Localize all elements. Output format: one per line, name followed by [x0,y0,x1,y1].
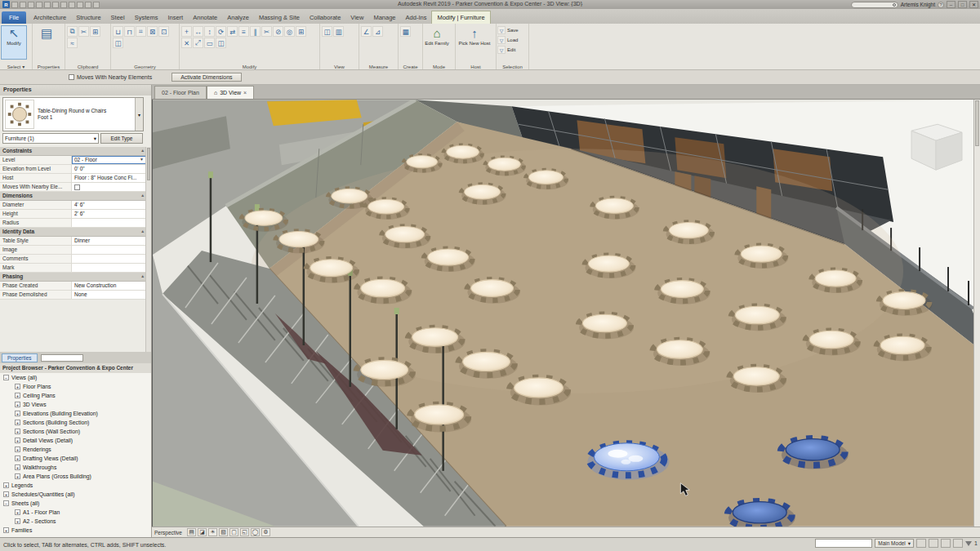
modify-button[interactable]: ↖ Modify [1,25,27,60]
type-selector-dropdown-icon[interactable]: ▾ [135,98,143,131]
create-assembly-icon[interactable]: ▦ [400,26,411,37]
property-row[interactable]: Phase DemolishedNone [0,291,146,300]
print-icon[interactable] [52,2,59,8]
measure-icon[interactable] [60,2,67,8]
tab-properties[interactable]: Properties [2,353,38,362]
property-row[interactable]: Mark [0,264,146,273]
activate-dimensions-button[interactable]: Activate Dimensions [172,73,241,82]
join-unjoin-icon[interactable]: ◫ [216,38,226,48]
cope-icon[interactable]: ⊔ [113,26,123,37]
tab-view[interactable]: View [345,11,368,24]
exclude-options-icon[interactable] [929,539,938,548]
selection-edit-button[interactable]: ▽ Edit [497,45,528,55]
detail-level-icon[interactable]: ▤ [187,528,196,536]
pin-icon[interactable]: ◎ [284,26,295,37]
viewport-scrollbar[interactable] [973,100,980,527]
browser-item-views[interactable]: −Views (all) [0,373,151,382]
tab-steel[interactable]: Steel [106,11,130,24]
view-tab-3d[interactable]: ⌂ 3D View × [207,86,254,99]
press-drag-icon[interactable] [941,539,951,548]
visual-style-icon[interactable]: ◪ [198,528,207,536]
cut-geometry-icon[interactable]: ⊓ [124,26,135,37]
app-logo-icon[interactable]: R [2,1,10,8]
browser-item-detail-views[interactable]: +Detail Views (Detail) [0,436,151,445]
browser-item-schedules[interactable]: +Schedules/Quantities (all) [0,490,151,499]
hide-icon[interactable]: ◫ [322,26,332,37]
tab-architecture[interactable]: Architecture [29,11,71,24]
property-row[interactable]: Radius [0,219,146,228]
3d-viewport[interactable] [152,100,973,527]
property-row[interactable]: Comments [0,255,146,264]
worksharing-icon[interactable] [916,539,926,548]
dimension-icon[interactable] [69,2,75,8]
array-icon[interactable]: ≡ [238,26,249,37]
type-selector[interactable]: Table-Dining Round w Chairs Foot 1 ▾ [2,97,144,131]
temporary-hide-isolate-icon[interactable]: ◯ [251,528,260,536]
property-row[interactable]: Moves With Nearby Ele... [0,183,146,192]
property-row[interactable]: Diameter4' 6" [0,201,146,210]
design-option-select[interactable]: Main Model ▾ [875,539,914,548]
group-header-dimensions[interactable]: Dimensions▴ [0,192,146,201]
scale-label[interactable]: Perspective [154,530,182,535]
redo-icon[interactable] [44,2,51,8]
copy-icon[interactable]: ⊞ [90,26,100,37]
property-row[interactable]: Height2' 6" [0,210,146,219]
beam-joins-icon[interactable]: ⊡ [158,26,169,37]
tab-annotate[interactable]: Annotate [188,11,222,24]
browser-item-sheet-a1[interactable]: +A1 - Floor Plan [0,508,151,517]
3d-view-icon[interactable] [85,2,91,8]
demolish-icon[interactable]: ◫ [113,38,123,48]
help-icon[interactable]: ? [938,2,944,8]
paste-icon[interactable]: ⧉ [67,26,78,37]
browser-item-sheet-a2[interactable]: +A2 - Sections [0,517,151,526]
create-similar-icon[interactable]: ▭ [204,38,215,48]
group-header-phasing[interactable]: Phasing▴ [0,273,146,282]
window-close-button[interactable]: ✕ [969,1,978,8]
browser-item-drafting-views[interactable]: +Drafting Views (Detail) [0,454,151,463]
browser-item-sections-wall[interactable]: +Sections (Wall Section) [0,427,151,436]
moves-with-nearby-checkbox[interactable] [69,74,74,80]
mirror-icon[interactable]: ⇄ [227,26,238,37]
section-icon[interactable] [93,2,100,8]
signed-in-user[interactable]: Artemis Knight [901,2,935,7]
sync-icon[interactable] [28,2,34,8]
move-icon[interactable]: + [181,26,192,37]
group-header-constraints[interactable]: Constraints▴ [0,147,146,156]
match-type-icon[interactable]: ≈ [67,38,78,48]
tab-modify-furniture[interactable]: Modify | Furniture [431,11,490,24]
reveal-hidden-elements-icon[interactable]: ⚙ [261,528,270,536]
show-crop-region-icon[interactable]: ◱ [240,528,249,536]
rotate-icon[interactable]: ⟳ [216,26,226,37]
text-icon[interactable] [77,2,83,8]
category-filter-select[interactable]: Furniture (1) ▾ [2,133,99,144]
browser-item-3d-views[interactable]: +3D Views [0,400,151,409]
window-minimize-button[interactable]: – [947,1,956,8]
trim-icon[interactable]: ✂ [261,26,272,37]
browser-item-legends[interactable]: +Legends [0,481,151,490]
override-graphics-icon[interactable]: ▥ [333,26,344,37]
pick-new-host-button[interactable]: ↑ Pick New Host [457,25,492,60]
open-icon[interactable] [11,2,18,8]
property-row[interactable]: Image [0,246,146,255]
browser-item-sheets[interactable]: −Sheets (all) [0,499,151,508]
browser-item-ceiling-plans[interactable]: +Ceiling Plans [0,391,151,400]
join-icon[interactable]: ⌗ [136,26,146,37]
properties-button[interactable]: ▤ [33,25,60,60]
unpin-icon[interactable]: ⊘ [273,26,283,37]
save-icon[interactable] [20,2,26,8]
measure-length-icon[interactable]: ⊿ [372,26,383,37]
browser-item-walkthroughs[interactable]: +Walkthroughs [0,463,151,472]
property-row[interactable]: Phase CreatedNew Construction [0,282,146,291]
tab-structure[interactable]: Structure [71,11,105,24]
window-maximize-button[interactable]: □ [958,1,967,8]
project-browser-title[interactable]: Project Browser - Parker Convention & Ex… [0,363,151,373]
browser-item-sections-building[interactable]: +Sections (Building Section) [0,418,151,427]
edit-family-button[interactable]: ⌂ Edit Family [424,25,450,60]
tab-systems[interactable]: Systems [130,11,163,24]
crop-view-icon[interactable]: ▢ [229,528,238,536]
edit-type-button[interactable]: Edit Type [100,133,143,144]
measure-angle-icon[interactable]: ∠ [361,26,372,37]
cut-icon[interactable]: ✂ [78,26,89,37]
scale-icon[interactable]: ⊞ [296,26,306,37]
browser-search-input[interactable] [41,354,83,362]
